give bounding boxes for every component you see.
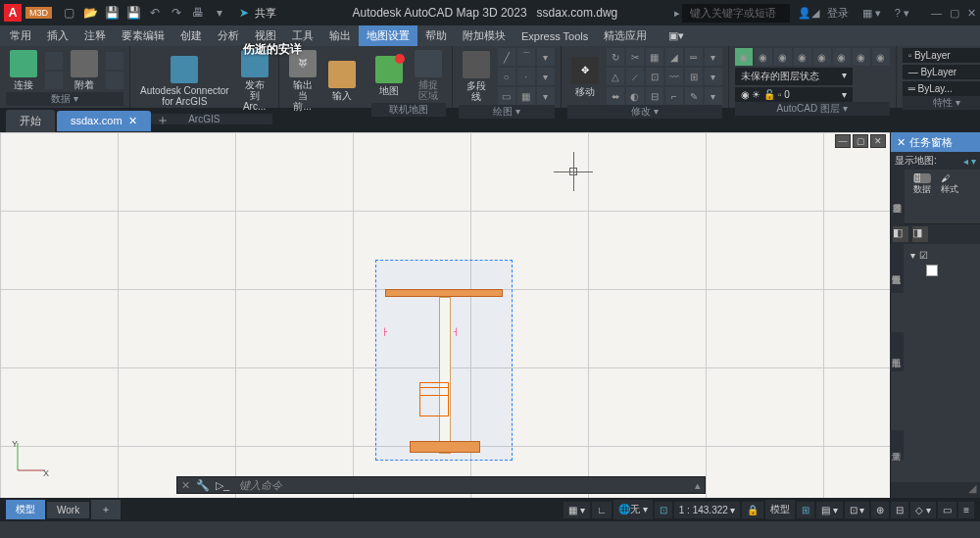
mod1-icon[interactable]: ↻ [607,48,624,66]
rect-icon[interactable]: ▭ [498,87,515,105]
mod16-icon[interactable]: ⌐ [665,87,683,105]
menu-fenxi[interactable]: 分析 [210,25,247,46]
export-current-button[interactable]: 🐺输出当前... [285,48,320,114]
close-icon[interactable]: ✕ [967,7,976,20]
canvas-min-icon[interactable]: — [835,134,851,148]
hatch-icon[interactable]: ▦ [517,87,535,105]
maximize-icon[interactable]: ▢ [950,7,959,20]
data-icon2[interactable] [45,72,63,89]
layer6-icon[interactable]: ◉ [833,48,851,66]
status-grid2-icon[interactable]: ⊞ [797,502,814,518]
save-icon[interactable]: 💾 [104,5,120,21]
menu-express[interactable]: Express Tools [514,27,596,45]
task-tab2-icon[interactable]: ◨ [912,226,928,242]
data-icon4[interactable] [106,72,123,89]
layer4-icon[interactable]: ◉ [794,48,811,66]
show-map-row[interactable]: 显示地图:◂ ▾ [891,152,980,170]
data-icon1[interactable] [45,52,63,70]
tab-start[interactable]: 开始 [6,110,55,132]
point-icon[interactable]: · [517,68,535,85]
more2-icon[interactable]: ▾ [537,68,555,85]
layer-state-combo[interactable]: 未保存的图层状态▾ [735,68,853,85]
vtab-survey[interactable]: 测量 [890,430,904,460]
mod17-icon[interactable]: ✎ [685,87,703,105]
status-scale[interactable]: 1 : 143.322 ▾ [674,502,740,518]
mod18-icon[interactable]: ▾ [705,87,722,105]
status-osnap-icon[interactable]: ⊡ ▾ [845,502,870,518]
task-tab1-icon[interactable]: ◧ [893,226,908,242]
mod4-icon[interactable]: ◢ [665,48,683,66]
more1-icon[interactable]: ▾ [537,48,555,66]
panel-props-title[interactable]: 特性 ▾ [903,96,980,110]
tree-item[interactable] [924,263,976,278]
panel-data-title[interactable]: 数据 ▾ [6,92,123,106]
attach-button[interactable]: 附着 [67,48,102,92]
redo-icon[interactable]: ↷ [169,5,184,21]
menu-jingxuan[interactable]: 精选应用 [596,25,655,46]
mod11-icon[interactable]: ⊞ [685,68,703,85]
status-custom-icon[interactable]: ≡ [958,502,974,518]
mod9-icon[interactable]: ⊡ [646,68,663,85]
mod12-icon[interactable]: ▾ [705,68,722,85]
layer3-icon[interactable]: ◉ [774,48,792,66]
help-icon[interactable]: ? ▾ [895,7,909,20]
status-lock-icon[interactable]: 🔒 [742,502,763,518]
print-icon[interactable]: 🖶 [190,5,206,21]
mod13-icon[interactable]: ⬌ [607,87,624,105]
menu-ditu[interactable]: 地图设置 [359,25,417,46]
status-add-tab[interactable]: ＋ [91,500,121,519]
menu-charu[interactable]: 插入 [39,25,76,46]
status-work-tab[interactable]: Work [47,502,89,518]
status-dyn-icon[interactable]: ⊕ [871,502,889,518]
status-clean-icon[interactable]: ▭ [938,502,956,518]
vtab-explorer[interactable]: 地图资源管 [890,244,904,293]
task-pane-title[interactable]: ✕任务窗格 [891,132,980,152]
cmd-customize-icon[interactable]: 🔧 [196,479,210,492]
login-label[interactable]: 登录 [827,6,849,21]
status-model-tab[interactable]: 模型 [6,500,45,519]
layer7-icon[interactable]: ◉ [853,48,870,66]
share-icon[interactable]: ➤ [236,5,252,21]
vtab-mapbook[interactable]: 地图册 [890,332,904,371]
task-style-button[interactable]: 🖌样式 [940,173,959,193]
menu-shuchu[interactable]: 输出 [321,25,359,46]
color-combo[interactable]: ▫ ByLayer▾ [903,48,980,63]
circle-icon[interactable]: ○ [498,68,515,85]
canvas-max-icon[interactable]: ▢ [853,134,868,148]
layer8-icon[interactable]: ◉ [872,48,890,66]
menu-focus[interactable]: ▣▾ [661,26,692,45]
minimize-icon[interactable]: — [931,7,942,19]
status-snap-icon[interactable]: ⊡ [655,502,672,518]
capture-area-button[interactable]: 捕捉区域 [411,48,446,103]
apps-icon[interactable]: ▦ ▾ [862,7,881,20]
command-input[interactable]: 键入命令 [235,478,689,493]
canvas-close-icon[interactable]: ✕ [870,134,886,148]
drawing-canvas[interactable]: — ▢ ✕ ├ ┤ YX ✕ 🔧 ▷_ 键入命令 ▴ [0,132,890,498]
import-button[interactable]: 输入 [324,59,360,103]
menu-yaosu[interactable]: 要素编辑 [114,25,172,46]
layer5-icon[interactable]: ◉ [813,48,831,66]
panel-layer-title[interactable]: AutoCAD 图层 ▾ [735,102,890,116]
map-capture-button[interactable]: 地图 [371,54,407,98]
polyline-button[interactable]: 多段线 [459,49,494,104]
status-iso-icon[interactable]: ◇ ▾ [910,502,936,518]
tab-add[interactable]: ＋ [153,112,172,129]
vtab-display[interactable]: 显示管理器 [891,170,905,224]
app-icon[interactable]: A [4,4,22,22]
saveas-icon[interactable]: 💾 [125,5,141,21]
mod3-icon[interactable]: ▦ [646,48,663,66]
menu-changyong[interactable]: 常用 [2,25,39,46]
status-globe-icon[interactable]: 🌐无 ▾ [613,500,653,519]
menu-fujia[interactable]: 附加模块 [455,25,514,46]
mod6-icon[interactable]: ▾ [705,48,722,66]
move-button[interactable]: ✥移动 [567,55,603,99]
status-model2[interactable]: 模型 [765,500,795,519]
publish-arc-button[interactable]: 发布到 Arc... [237,48,272,114]
tab-file[interactable]: ssdax.com ✕ [57,111,151,131]
lineweight-combo[interactable]: — ByLayer▾ [903,65,980,79]
layer1-icon[interactable]: ◉ [735,48,753,66]
mod14-icon[interactable]: ◐ [626,87,644,105]
mod10-icon[interactable]: 〰 [665,68,683,85]
menu-chuangjian[interactable]: 创建 [172,25,210,46]
menu-bangzhu[interactable]: 帮助 [417,25,455,46]
